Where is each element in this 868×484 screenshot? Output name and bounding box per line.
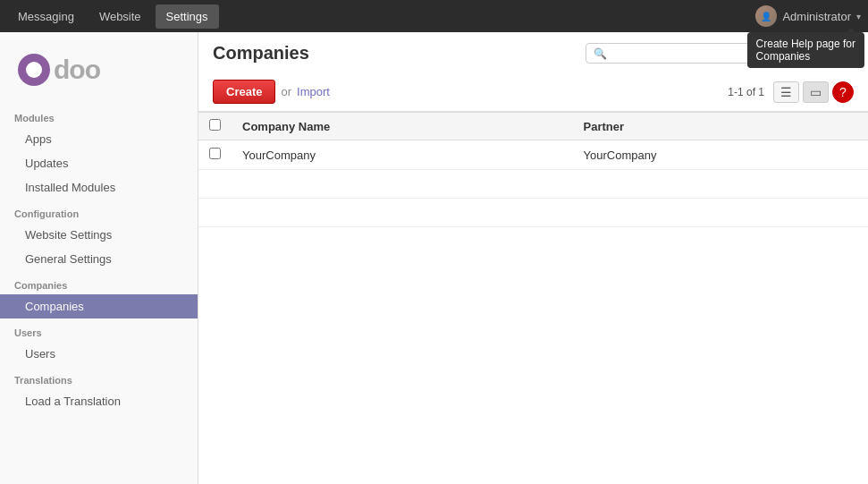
- search-bar[interactable]: 🔍: [586, 43, 854, 64]
- or-text: or: [281, 85, 291, 98]
- sidebar-item-website-settings[interactable]: Website Settings: [0, 223, 198, 247]
- content-area: Companies 🔍 Create or Import 1-1 of 1 ☰ …: [198, 32, 868, 484]
- user-name: Administrator: [782, 10, 851, 23]
- search-input[interactable]: [611, 47, 846, 60]
- nav-messaging[interactable]: Messaging: [7, 4, 85, 29]
- top-navigation: Messaging Website Settings 👤 Administrat…: [0, 0, 868, 32]
- help-button[interactable]: ?: [832, 81, 854, 103]
- table-header-row: Company Name Partner: [198, 113, 868, 140]
- content-header: Companies 🔍 Create or Import 1-1 of 1 ☰ …: [198, 32, 868, 112]
- section-configuration: Configuration: [0, 200, 198, 223]
- partner-cell: YourCompany: [573, 140, 869, 170]
- user-menu[interactable]: 👤 Administrator ▾: [755, 5, 861, 27]
- column-partner: Partner: [573, 113, 869, 140]
- sidebar-item-general-settings[interactable]: General Settings: [0, 247, 198, 271]
- column-company-name: Company Name: [232, 113, 573, 140]
- user-dropdown-arrow[interactable]: ▾: [856, 12, 861, 21]
- section-companies: Companies: [0, 271, 198, 294]
- select-all-checkbox[interactable]: [209, 119, 221, 131]
- header-checkbox-cell: [198, 113, 232, 140]
- import-link[interactable]: Import: [297, 85, 330, 98]
- table-row-empty-1: [198, 170, 868, 199]
- section-users: Users: [0, 318, 198, 342]
- list-view-button[interactable]: ☰: [773, 81, 799, 103]
- company-name-cell: YourCompany: [232, 140, 573, 170]
- toolbar-right: 1-1 of 1 ☰ ▭ ?: [728, 81, 854, 103]
- search-icon: 🔍: [594, 47, 607, 60]
- table-row[interactable]: YourCompany YourCompany: [198, 140, 868, 170]
- row-checkbox-cell: [198, 140, 232, 170]
- nav-website[interactable]: Website: [88, 4, 152, 29]
- kanban-view-button[interactable]: ▭: [803, 81, 829, 103]
- sidebar-item-users[interactable]: Users: [0, 342, 198, 366]
- create-button[interactable]: Create: [213, 80, 275, 104]
- odoo-logo: doo: [14, 50, 113, 89]
- main-layout: doo Modules Apps Updates Installed Modul…: [0, 32, 868, 484]
- sidebar: doo Modules Apps Updates Installed Modul…: [0, 32, 198, 484]
- toolbar-row: Create or Import 1-1 of 1 ☰ ▭ ?: [213, 72, 854, 111]
- sidebar-item-load-translation[interactable]: Load a Translation: [0, 389, 198, 413]
- row-checkbox[interactable]: [209, 148, 221, 159]
- pagination-text: 1-1 of 1: [728, 86, 764, 98]
- toolbar-left: Create or Import: [213, 80, 330, 104]
- nav-settings[interactable]: Settings: [156, 4, 219, 29]
- section-modules: Modules: [0, 104, 198, 127]
- table-row-empty-2: [198, 199, 868, 227]
- sidebar-item-companies[interactable]: Companies: [0, 294, 198, 318]
- companies-table: Company Name Partner YourCompany YourCom…: [198, 112, 868, 227]
- svg-text:doo: doo: [54, 55, 101, 84]
- title-row: Companies 🔍: [213, 43, 854, 64]
- sidebar-item-updates[interactable]: Updates: [0, 151, 198, 175]
- logo-area: doo: [0, 39, 198, 104]
- svg-point-1: [26, 62, 42, 78]
- section-translations: Translations: [0, 366, 198, 389]
- sidebar-item-apps[interactable]: Apps: [0, 127, 198, 151]
- avatar: 👤: [755, 5, 777, 27]
- nav-items: Messaging Website Settings: [7, 4, 219, 29]
- page-title: Companies: [213, 43, 309, 64]
- table-area: Company Name Partner YourCompany YourCom…: [198, 112, 868, 484]
- sidebar-item-installed-modules[interactable]: Installed Modules: [0, 175, 198, 200]
